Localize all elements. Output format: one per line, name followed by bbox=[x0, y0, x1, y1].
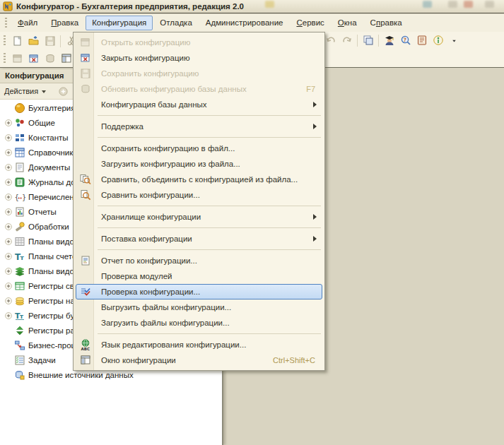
menubar-item-file[interactable]: Файл bbox=[11, 16, 44, 30]
check-configuration-icon bbox=[80, 286, 91, 297]
root-ball-icon bbox=[14, 102, 25, 114]
expander-icon[interactable] bbox=[4, 162, 13, 172]
menu-item-save-configuration-to-file[interactable]: Сохранить конфигурацию в файл... bbox=[76, 141, 322, 156]
menu-item-close-configuration[interactable]: Закрыть конфигурацию bbox=[76, 50, 322, 66]
open-configuration-button[interactable] bbox=[9, 51, 25, 66]
tree-item-label: Задачи bbox=[28, 355, 56, 364]
menu-item-shortcut: F7 bbox=[306, 85, 322, 93]
redo-button[interactable] bbox=[339, 32, 355, 48]
open-file-icon bbox=[28, 35, 40, 47]
menu-item-configuration-window[interactable]: Окно конфигурацииCtrl+Shift+C bbox=[76, 352, 322, 368]
menubar-item-edit[interactable]: Правка bbox=[45, 16, 85, 30]
toolbar-separator bbox=[357, 35, 358, 47]
add-action-button[interactable] bbox=[57, 85, 69, 97]
svg-text:т: т bbox=[20, 313, 23, 320]
expander-icon[interactable] bbox=[4, 133, 13, 142]
menu-item-label: Загрузить файлы конфигурации... bbox=[101, 319, 230, 327]
menu-item-support[interactable]: Поддержка bbox=[76, 119, 322, 134]
expander-icon[interactable] bbox=[4, 251, 13, 261]
expander-icon[interactable] bbox=[4, 296, 13, 305]
registry-svedeniy-icon bbox=[14, 280, 25, 292]
menu-item-edit-language[interactable]: ABCЯзык редактирования конфигурации... bbox=[76, 337, 322, 352]
open-configuration-icon bbox=[80, 37, 91, 48]
menu-item-dump-configuration-files[interactable]: Выгрузить файлы конфигурации... bbox=[76, 299, 322, 315]
menu-item-label: Сохранить конфигурацию bbox=[101, 69, 199, 78]
expander-icon[interactable] bbox=[4, 207, 13, 216]
toolbar-options-icon bbox=[451, 37, 457, 44]
plany-vidov-rascheta-icon bbox=[14, 266, 25, 277]
syntax-assistant-icon bbox=[384, 35, 395, 46]
save-file-button[interactable] bbox=[42, 33, 58, 49]
open-configuration-icon bbox=[12, 53, 23, 64]
menu-item-check-modules[interactable]: Проверка модулей bbox=[76, 268, 322, 284]
menu-item-open-configuration[interactable]: Открыть конфигурацию bbox=[76, 35, 322, 50]
vneshnie-icon bbox=[14, 369, 25, 381]
menu-item-label: Загрузить конфигурацию из файла... bbox=[101, 160, 240, 168]
close-configuration-button[interactable] bbox=[25, 51, 42, 66]
menu-item-load-configuration-from-file[interactable]: Загрузить конфигурацию из файла... bbox=[76, 156, 322, 172]
configurator-window: { "window": { "title": "Конфигуратор - Б… bbox=[0, 0, 504, 445]
expander-icon[interactable] bbox=[4, 237, 13, 246]
menu-item-configuration-repository[interactable]: Хранилище конфигурации bbox=[76, 209, 322, 225]
toolbar-grip[interactable] bbox=[4, 53, 6, 64]
expander-icon[interactable] bbox=[4, 118, 13, 127]
close-button[interactable] bbox=[464, 1, 473, 8]
add-icon bbox=[58, 86, 69, 97]
help-search-icon: ? bbox=[400, 35, 411, 46]
tree-item-label: Константы bbox=[28, 133, 69, 142]
syntax-assistant-button[interactable] bbox=[381, 32, 397, 48]
about-button[interactable] bbox=[430, 32, 446, 48]
expander-icon[interactable] bbox=[4, 148, 13, 157]
menubar-item-configuration[interactable]: Конфигурация bbox=[86, 16, 153, 30]
menubar-item-help[interactable]: Справка bbox=[364, 16, 409, 30]
actions-button[interactable]: Действия bbox=[4, 87, 38, 95]
submenu-arrow-icon bbox=[313, 102, 317, 107]
menubar-item-debug[interactable]: Отладка bbox=[153, 16, 198, 30]
expander-icon[interactable] bbox=[4, 192, 13, 201]
menu-item-load-configuration-files[interactable]: Загрузить файлы конфигурации... bbox=[76, 315, 322, 331]
minimize-button[interactable] bbox=[423, 1, 432, 8]
plany-schetov-icon: Tт bbox=[14, 251, 25, 262]
help-contents-button[interactable] bbox=[414, 32, 430, 48]
menu-item-save-configuration[interactable]: Сохранить конфигурацию bbox=[76, 66, 322, 81]
obrabotki-icon bbox=[14, 221, 25, 232]
expander-icon[interactable] bbox=[4, 281, 13, 290]
expander-icon[interactable] bbox=[4, 177, 13, 186]
expander-icon[interactable] bbox=[4, 222, 13, 231]
menubar: ФайлПравкаКонфигурацияОтладкаАдминистрир… bbox=[0, 14, 504, 32]
menubar-item-service[interactable]: Сервис bbox=[290, 16, 330, 30]
plany-vidov-har-icon bbox=[14, 236, 25, 247]
tree-item-label: Внешние источники данных bbox=[28, 370, 134, 379]
menu-item-update-db-configuration[interactable]: Обновить конфигурацию базы данныхF7 bbox=[76, 81, 322, 97]
menu-item-db-configuration[interactable]: Конфигурация базы данных bbox=[76, 97, 322, 112]
compare-merge-with-file-icon bbox=[80, 174, 91, 185]
menu-item-check-configuration[interactable]: Проверка конфигурации... bbox=[76, 284, 322, 299]
tree-item-label: Отчеты bbox=[28, 207, 57, 216]
menubar-item-administration[interactable]: Администрирование bbox=[199, 16, 290, 30]
open-file-button[interactable] bbox=[25, 33, 42, 49]
obshchie-icon bbox=[14, 117, 25, 129]
new-file-button[interactable] bbox=[9, 33, 25, 49]
submenu-arrow-icon bbox=[313, 214, 317, 220]
menu-item-configuration-delivery[interactable]: Поставка конфигурации bbox=[76, 231, 322, 247]
menu-item-compare-configurations[interactable]: Сравнить конфигурации... bbox=[76, 187, 322, 203]
update-db-configuration-button[interactable] bbox=[42, 51, 58, 66]
menubar-item-windows[interactable]: Окна bbox=[332, 16, 363, 30]
dokumenty-icon bbox=[14, 162, 25, 173]
copy-windows-button[interactable] bbox=[360, 32, 376, 48]
menu-item-compare-merge-with-file[interactable]: Сравнить, объединить с конфигурацией из … bbox=[76, 172, 322, 187]
menu-item-configuration-report[interactable]: Отчет по конфигурации... bbox=[76, 253, 322, 268]
registry-buhgalterii-icon: Tт bbox=[14, 310, 25, 321]
maximize-button[interactable] bbox=[448, 1, 457, 8]
zadachi-icon bbox=[14, 355, 25, 366]
configuration-window-button[interactable] bbox=[58, 51, 74, 66]
menu-separator bbox=[98, 206, 321, 206]
toolbar-grip[interactable] bbox=[5, 18, 7, 29]
toolbar-grip[interactable] bbox=[4, 35, 6, 47]
chevron-down-icon[interactable] bbox=[42, 90, 46, 93]
help-search-button[interactable]: ? bbox=[397, 32, 414, 48]
toolbar-options-button[interactable] bbox=[446, 32, 462, 48]
expander-icon[interactable] bbox=[4, 266, 13, 275]
menu-item-label: Проверка конфигурации... bbox=[101, 287, 200, 296]
expander-icon[interactable] bbox=[4, 311, 13, 320]
